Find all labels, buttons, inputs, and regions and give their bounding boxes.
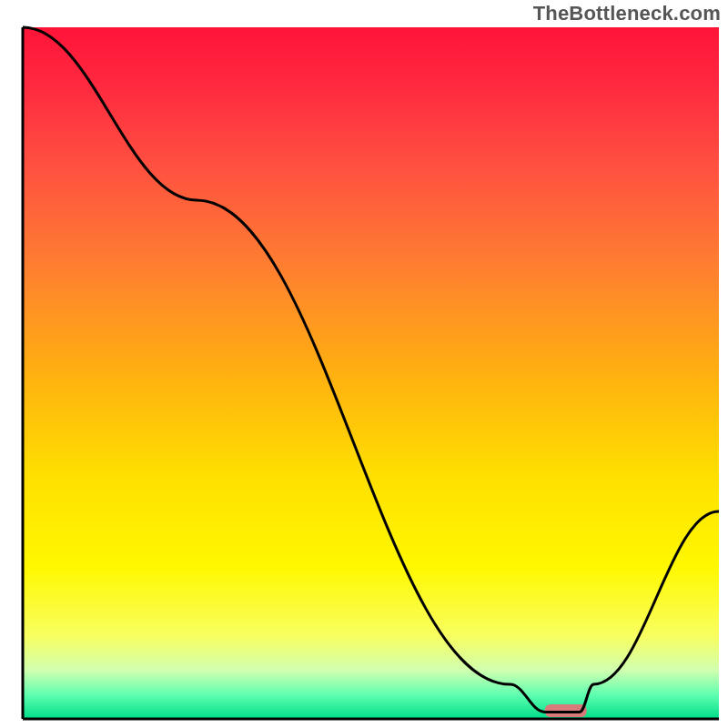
plot-background [23,27,719,719]
bottleneck-chart [0,0,728,728]
watermark-text: TheBottleneck.com [533,2,721,25]
